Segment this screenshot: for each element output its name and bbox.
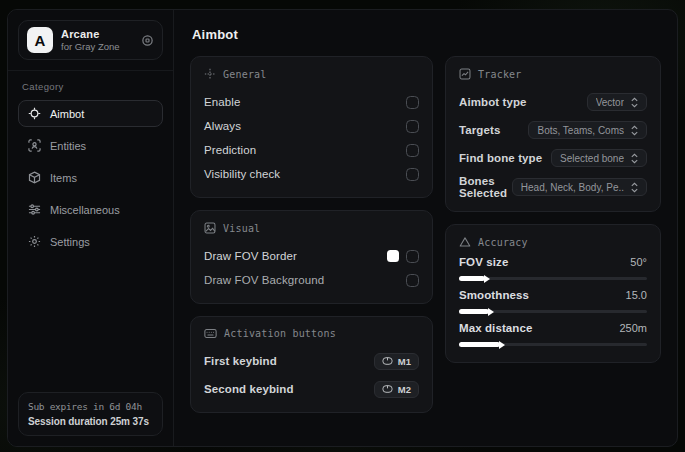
- brand-subtitle: for Gray Zone: [61, 41, 133, 52]
- targets-dropdown[interactable]: Bots, Teams, Coms: [528, 121, 647, 139]
- scope-circle-icon[interactable]: [141, 34, 154, 47]
- smoothness-value: 15.0: [626, 289, 647, 301]
- row-always: Always: [204, 115, 419, 137]
- setting-label: Visibility check: [204, 168, 280, 180]
- setting-label: Find bone type: [459, 152, 542, 164]
- row-enable: Enable: [204, 91, 419, 113]
- row-aimbot-type: Aimbot type Vector: [459, 91, 647, 113]
- row-find-bone-type: Find bone type Selected bone: [459, 147, 647, 169]
- setting-label: Prediction: [204, 144, 256, 156]
- card-title: Visual: [223, 223, 260, 234]
- sidebar-nav: Aimbot Entities Items: [18, 100, 163, 255]
- setting-label: First keybind: [204, 355, 277, 367]
- brand-text: Arcane for Gray Zone: [61, 28, 133, 52]
- dropdown-value: Vector: [596, 97, 624, 108]
- chart-box-icon: [459, 68, 471, 80]
- row-first-keybind: First keybind M1: [204, 350, 419, 372]
- fov-border-color-swatch[interactable]: [387, 250, 399, 262]
- setting-label: Max distance: [459, 322, 532, 334]
- max-distance-value: 250m: [619, 322, 647, 334]
- slider-fill: [459, 276, 485, 281]
- card-visual: Visual Draw FOV Border Draw FOV Backgrou…: [190, 210, 433, 304]
- triangle-icon: [459, 236, 471, 248]
- slider-fill: [459, 309, 489, 314]
- box-icon: [28, 171, 41, 184]
- keybind-value: M1: [398, 356, 411, 367]
- first-keybind-button[interactable]: M1: [374, 353, 419, 370]
- bones-selected-dropdown[interactable]: Head, Neck, Body, Pe..: [512, 178, 647, 196]
- chevron-up-down-icon: [630, 97, 639, 108]
- sliders-icon: [28, 203, 41, 216]
- draw-fov-border-checkbox[interactable]: [406, 250, 419, 263]
- dropdown-value: Bots, Teams, Coms: [537, 125, 624, 136]
- draw-fov-background-checkbox[interactable]: [406, 274, 419, 287]
- sidebar-item-settings[interactable]: Settings: [18, 228, 163, 255]
- slider-fill: [459, 342, 500, 347]
- page-title: Aimbot: [192, 27, 661, 42]
- setting-label: Aimbot type: [459, 96, 527, 108]
- setting-label: Always: [204, 120, 241, 132]
- app-window: A Arcane for Gray Zone Category Aimbot: [7, 9, 678, 447]
- card-title: Accuracy: [478, 237, 528, 248]
- sidebar-item-aimbot[interactable]: Aimbot: [18, 100, 163, 127]
- fov-size-slider[interactable]: [459, 277, 647, 280]
- entities-icon: [28, 139, 41, 152]
- card-activation-buttons: Activation buttons First keybind M1: [190, 316, 433, 413]
- sidebar-divider: [8, 70, 173, 71]
- brand-logo: A: [27, 27, 53, 53]
- sub-expiry-text: Sub expires in 6d 04h: [28, 401, 153, 412]
- enable-checkbox[interactable]: [406, 96, 419, 109]
- setting-label: FOV size: [459, 256, 508, 268]
- card-accuracy: Accuracy FOV size 50° Smoothness: [445, 224, 661, 363]
- row-draw-fov-background: Draw FOV Background: [204, 269, 419, 291]
- setting-label: Draw FOV Border: [204, 250, 297, 262]
- chevron-up-down-icon: [630, 153, 639, 164]
- chevron-up-down-icon: [630, 125, 639, 136]
- smoothness-slider[interactable]: [459, 310, 647, 313]
- row-smoothness: Smoothness 15.0: [459, 289, 647, 313]
- dropdown-value: Head, Neck, Body, Pe..: [521, 182, 624, 193]
- row-fov-size: FOV size 50°: [459, 256, 647, 280]
- row-visibility-check: Visibility check: [204, 163, 419, 185]
- sidebar-item-miscellaneous[interactable]: Miscellaneous: [18, 196, 163, 223]
- prediction-checkbox[interactable]: [406, 144, 419, 157]
- image-icon: [204, 222, 216, 234]
- setting-label: Draw FOV Background: [204, 274, 324, 286]
- row-second-keybind: Second keybind M2: [204, 378, 419, 400]
- setting-label: Targets: [459, 124, 500, 136]
- sidebar-item-label: Settings: [50, 236, 90, 248]
- find-bone-type-dropdown[interactable]: Selected bone: [551, 149, 647, 167]
- setting-label: Bones Selected: [459, 175, 512, 199]
- setting-label: Enable: [204, 96, 240, 108]
- brand-title: Arcane: [61, 28, 133, 40]
- sidebar: A Arcane for Gray Zone Category Aimbot: [8, 10, 174, 446]
- dropdown-value: Selected bone: [560, 153, 624, 164]
- visibility-check-checkbox[interactable]: [406, 168, 419, 181]
- aimbot-type-dropdown[interactable]: Vector: [587, 93, 647, 111]
- sidebar-item-entities[interactable]: Entities: [18, 132, 163, 159]
- keybind-value: M2: [398, 384, 411, 395]
- category-label: Category: [22, 81, 161, 92]
- row-targets: Targets Bots, Teams, Coms: [459, 119, 647, 141]
- card-title: Activation buttons: [224, 328, 336, 339]
- subscription-info: Sub expires in 6d 04h Session duration 2…: [18, 392, 163, 436]
- row-draw-fov-border: Draw FOV Border: [204, 245, 419, 267]
- gear-icon: [28, 235, 41, 248]
- crosshair-dotted-icon: [204, 68, 216, 80]
- crosshair-icon: [28, 107, 41, 120]
- always-checkbox[interactable]: [406, 120, 419, 133]
- sidebar-item-label: Items: [50, 172, 77, 184]
- main-content: Aimbot General Enable: [174, 10, 677, 446]
- card-tracker: Tracker Aimbot type Vector: [445, 56, 661, 212]
- sidebar-item-label: Miscellaneous: [50, 204, 120, 216]
- sidebar-item-items[interactable]: Items: [18, 164, 163, 191]
- second-keybind-button[interactable]: M2: [374, 381, 419, 398]
- chevron-up-down-icon: [630, 182, 639, 193]
- keyboard-icon: [204, 328, 217, 339]
- mouse-icon: [382, 385, 393, 393]
- card-title: Tracker: [478, 69, 522, 80]
- max-distance-slider[interactable]: [459, 343, 647, 346]
- session-duration-text: Session duration 25m 37s: [28, 416, 153, 427]
- setting-label: Second keybind: [204, 383, 294, 395]
- mouse-icon: [382, 357, 393, 365]
